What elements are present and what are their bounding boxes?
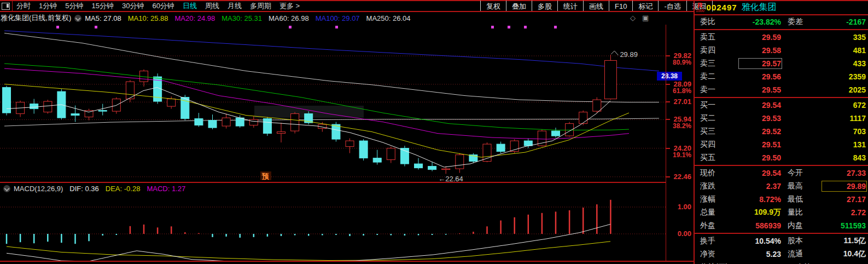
- event-marker-dot: [554, 26, 557, 28]
- toolbar-button-1[interactable]: 叠加: [506, 1, 532, 12]
- current-price-tag: 28.38: [657, 72, 682, 81]
- divider: [0, 11, 694, 12]
- layout-icon[interactable]: [2, 3, 10, 10]
- info-value: 5.23: [739, 250, 781, 259]
- info-value: 29.54: [739, 169, 781, 177]
- diamond-icon[interactable]: ◇: [630, 14, 642, 22]
- divider: [0, 261, 694, 262]
- buy-price: 29.50: [739, 153, 781, 162]
- info-value: 109.9万: [739, 208, 781, 217]
- toolbar-button-5[interactable]: F10: [609, 1, 632, 12]
- period-tab-10[interactable]: 更多 >: [279, 1, 300, 11]
- ma-label-1: MA10: 25.88: [128, 14, 168, 22]
- period-tab-6[interactable]: 日线: [183, 1, 197, 11]
- buy-row-2: 买二29.531117: [695, 112, 868, 125]
- toolbar-button-3[interactable]: 统计: [557, 1, 583, 12]
- buy-price: 29.51: [739, 140, 781, 149]
- buy-row-5: 买五29.50843: [695, 151, 868, 164]
- sell-row-1: 卖五29.59335: [695, 31, 868, 44]
- macd-values: MACD(12,26,9)DIF: 0.36DEA: -0.28MACD: 1.…: [14, 185, 192, 193]
- price-axis-label: 22.46: [673, 173, 691, 181]
- candle: [249, 119, 258, 125]
- info-label: 量比: [788, 208, 823, 217]
- event-badge[interactable]: 预: [261, 172, 269, 180]
- candle: [579, 112, 587, 124]
- candle: [98, 111, 107, 112]
- candle: [263, 119, 271, 134]
- price-axis-label: 27.01: [673, 97, 691, 106]
- period-tab-4[interactable]: 30分钟: [122, 1, 144, 11]
- candle: [3, 88, 11, 113]
- sell-label: 卖二: [700, 72, 739, 82]
- sell-row-4: 卖二29.562359: [695, 70, 868, 83]
- divider: [12, 1, 13, 11]
- ma-label-6: MA250: 26.04: [366, 14, 411, 22]
- candle: [552, 131, 560, 136]
- info-label: 流通: [788, 249, 823, 259]
- buy-row-4: 买四29.51131: [695, 138, 868, 151]
- buy-price: 29.52: [739, 127, 781, 136]
- toolbar-button-7[interactable]: -自选: [658, 1, 686, 12]
- axis-tick: [666, 55, 670, 56]
- info-row-2: 涨跌2.37最高29.89: [695, 180, 868, 193]
- ma-label-2: MA20: 24.98: [175, 14, 215, 22]
- candle: [604, 60, 616, 99]
- info-value: 10.4亿: [823, 249, 866, 259]
- candle: [44, 101, 52, 112]
- candle: [277, 132, 286, 134]
- sell-label: 卖五: [700, 32, 739, 42]
- candlestick-chart[interactable]: 29.89←22.64预: [0, 25, 666, 182]
- period-tab-7[interactable]: 周线: [205, 1, 219, 11]
- axis-tick: [666, 84, 670, 85]
- candle: [387, 148, 395, 160]
- stock-name: 雅化集团: [742, 2, 777, 13]
- macd-label-2: DEA: -0.28: [106, 185, 141, 193]
- info-value: 2.72: [823, 208, 866, 217]
- event-marker-dot: [95, 26, 97, 28]
- price-axis-percent: 61.8%: [673, 87, 691, 95]
- candle: [236, 118, 244, 126]
- buy-row-1: 买一29.54672: [695, 99, 868, 112]
- sell-volume: 335: [781, 33, 866, 42]
- sell-label: 卖一: [700, 85, 739, 95]
- sell-price: 29.55: [739, 85, 781, 94]
- period-tab-3[interactable]: 15分钟: [91, 1, 113, 11]
- chevron-down-circle-icon[interactable]: [3, 185, 10, 192]
- ma5-line: [7, 88, 610, 168]
- candle: [181, 97, 189, 119]
- toolbar-button-6[interactable]: 标记: [632, 1, 658, 12]
- period-tab-8[interactable]: 月线: [228, 1, 242, 11]
- candle: [497, 144, 505, 152]
- info-row-6: 换手10.54%股本11.5亿: [695, 234, 868, 248]
- toolbar-button-0[interactable]: 复权: [480, 1, 506, 12]
- info-row-5: 外盘586939内盘511593: [695, 219, 868, 232]
- info-row-4: 总量109.9万量比2.72: [695, 206, 868, 219]
- ma10-line: [4, 84, 629, 158]
- period-tab-5[interactable]: 60分钟: [152, 1, 174, 11]
- info-label: 涨幅: [700, 194, 739, 204]
- sell-label: 卖四: [700, 45, 739, 55]
- chevron-down-circle-icon[interactable]: [74, 15, 81, 22]
- buy-price: 29.54: [739, 101, 781, 110]
- candle: [30, 104, 38, 109]
- period-tab-1[interactable]: 1分钟: [39, 1, 57, 11]
- period-tab-9[interactable]: 多周期: [250, 1, 271, 11]
- panel-toggle-icon[interactable]: ▣: [642, 14, 655, 22]
- buy-volume: 131: [781, 140, 866, 149]
- sell-row-2: 卖四29.58481: [695, 44, 868, 57]
- divider: [695, 165, 868, 166]
- info-label: 总量: [700, 208, 739, 217]
- sell-row-5: 卖一29.552025: [695, 83, 868, 96]
- macd-chart[interactable]: [0, 194, 666, 262]
- period-tab-2[interactable]: 5分钟: [65, 1, 83, 11]
- period-tab-0[interactable]: 分时: [16, 1, 31, 11]
- buy-volume: 843: [781, 153, 866, 162]
- sell-volume: 433: [781, 59, 866, 68]
- ma-label-0: MA5: 27.08: [85, 14, 121, 22]
- toolbar-button-2[interactable]: 多股: [532, 1, 557, 12]
- candle: [222, 118, 230, 126]
- macd-label-1: DIF: 0.36: [69, 185, 98, 193]
- price-axis-percent: 80.9%: [673, 59, 691, 66]
- toolbar-button-4[interactable]: 画线: [583, 1, 609, 12]
- candle: [456, 155, 464, 169]
